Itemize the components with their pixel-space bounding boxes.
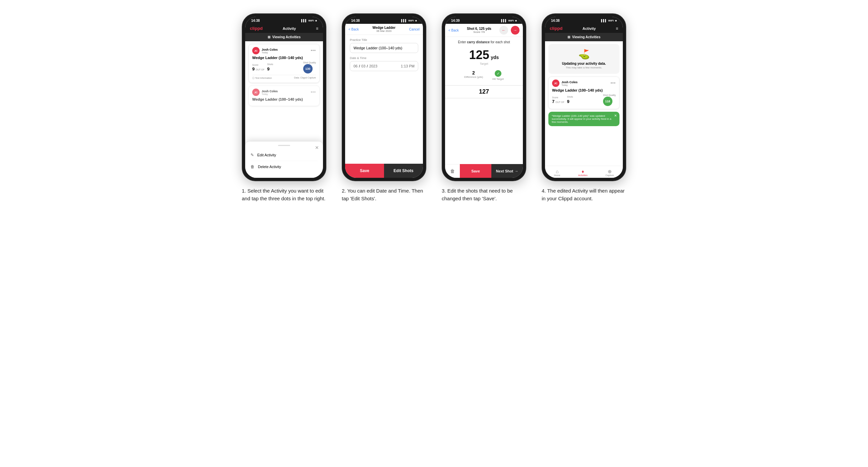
date-time-label: Date & Time — [350, 56, 418, 60]
close-icon-1[interactable]: ✕ — [315, 145, 319, 150]
activity-card-2: JC Josh Coles Today ••• Wedge Ladder (10… — [249, 86, 320, 106]
date-day: 06 — [353, 64, 358, 68]
activity-card-4: JC Josh Coles Today ••• Wedge Ladder (10… — [548, 76, 619, 109]
score-val-1: 9 — [252, 66, 254, 71]
edit-shots-button[interactable]: Edit Shots — [384, 164, 423, 178]
delete-activity-item[interactable]: 🗑 Delete Activity — [251, 161, 318, 173]
shots-stat-1: Shots 9 — [267, 63, 273, 72]
quality-badge-1: 130 — [303, 64, 313, 73]
caption-3: 3. Edit the shots that need to be change… — [442, 187, 526, 202]
back-button-2[interactable]: < Back — [348, 28, 359, 31]
capture-label: Capture — [606, 174, 614, 177]
shots-val-1: 9 — [267, 66, 270, 71]
cancel-button-2[interactable]: Cancel — [409, 28, 420, 31]
activity-title-4: Wedge Ladder (100–140 yds) — [552, 88, 616, 92]
stats-row-4: Score 7 OUT OF Shots 9 Shot Quality — [552, 94, 616, 106]
time-1: 14:38 — [251, 19, 260, 23]
form-section-2: Practice Title Date & Time 06 / 03 / 202… — [345, 35, 423, 74]
hit-target-icon: ✓ — [495, 70, 501, 77]
back-button-3[interactable]: < Back — [448, 29, 459, 32]
p2-subtitle: 06 Mar 2023 — [373, 30, 396, 33]
wifi-icon-1: WiFi — [308, 19, 314, 22]
shot-distance: 125 — [469, 48, 489, 62]
activity-title-2: Wedge Ladder (100–140 yds) — [252, 97, 316, 101]
phone-4-column: 14:38 ▌▌▌ WiFi ■ clippd Activity ≡ ⊞ Vie… — [539, 13, 629, 202]
menu-icon-4[interactable]: ≡ — [616, 26, 618, 31]
shot-distance-input[interactable] — [445, 85, 523, 98]
hit-target-label: Hit Target — [492, 77, 504, 81]
practice-title-input[interactable] — [350, 43, 418, 53]
status-icons-2: ▌▌▌ WiFi ■ — [401, 19, 417, 22]
shot-score: Score 7/9 — [467, 31, 491, 34]
p3-buttons: 🗑 Save Next Shot → — [445, 164, 523, 178]
sheet-handle — [278, 145, 290, 146]
out-of-4: OUT OF — [555, 101, 564, 103]
status-icons-3: ▌▌▌ WiFi ■ — [501, 19, 517, 22]
info-left-1: ⓘ Test Information — [252, 76, 272, 80]
distance-display: 125 yds — [450, 48, 518, 62]
updating-title: Updating your activity data. — [553, 62, 615, 65]
avatar-1: JC — [252, 47, 259, 54]
status-icons-1: ▌▌▌ WiFi ■ — [301, 19, 317, 22]
time-3: 14:39 — [451, 19, 460, 23]
save-button-2[interactable]: Save — [345, 164, 384, 178]
logo-1: clippd — [250, 26, 262, 31]
shot-info-center: Shot 6, 125 yds Score 7/9 — [467, 27, 491, 34]
nav-activities[interactable]: ♦ Activities — [578, 169, 588, 177]
filter-icon-4: ⊞ — [567, 35, 570, 39]
next-shot-btn[interactable]: Next Shot → — [491, 164, 523, 178]
viewing-activities-bar-4: ⊞ Viewing Activities — [545, 33, 623, 41]
p2-center: Wedge Ladder 06 Mar 2023 — [373, 26, 396, 33]
three-dots-4[interactable]: ••• — [611, 81, 616, 86]
phones-container: 14:38 ▌▌▌ WiFi ■ clippd Activity ≡ ⊞ Vie… — [239, 13, 629, 202]
home-label: Home — [554, 174, 560, 177]
time-2: 14:38 — [351, 19, 360, 23]
edit-activity-item[interactable]: ✎ Edit Activity — [251, 149, 318, 161]
user-name-1: Josh Coles — [261, 48, 278, 51]
bottom-nav-4: ⌂ Home ♦ Activities ⊕ Capture — [545, 166, 623, 178]
shot-body: Enter carry distance for each shot 125 y… — [445, 37, 523, 102]
notch-1 — [271, 14, 298, 22]
updating-box: ⛳ Updating your activity data. This may … — [548, 44, 619, 74]
nav-capture[interactable]: ⊕ Capture — [606, 169, 614, 177]
prev-shot-button[interactable]: ← — [499, 26, 508, 35]
carry-instruction: Enter carry distance for each shot — [450, 40, 518, 44]
phone-1-frame: 14:38 ▌▌▌ WiFi ■ clippd Activity ≡ ⊞ Vie… — [242, 13, 326, 181]
nav-home[interactable]: ⌂ Home — [554, 169, 560, 177]
header-title-1: Activity — [283, 27, 296, 31]
signal-icon-1: ▌▌▌ — [301, 19, 307, 22]
three-dots-2[interactable]: ••• — [311, 90, 316, 95]
score-val-4: 7 — [552, 99, 554, 104]
delete-shot-button[interactable]: 🗑 — [445, 164, 460, 178]
out-of-1: OUT OF — [255, 68, 264, 71]
notch-4 — [570, 14, 597, 22]
notch-3 — [470, 14, 497, 22]
user-meta-2: Josh Coles Today — [261, 90, 278, 95]
phone-3-screen: 14:39 ▌▌▌ WiFi ■ < Back Shot 6, 125 yds … — [445, 17, 523, 178]
phone-4-screen: 14:38 ▌▌▌ WiFi ■ clippd Activity ≡ ⊞ Vie… — [545, 17, 623, 178]
next-shot-button[interactable]: → — [511, 26, 520, 35]
info-row-1: ⓘ Test Information Data: Clippd Capture — [252, 75, 316, 80]
app-header-1: clippd Activity ≡ — [245, 24, 323, 33]
delete-label: Delete Activity — [258, 165, 281, 169]
difference-stat: 2 Difference (yds) — [464, 70, 483, 81]
shot-unit: yds — [491, 55, 499, 60]
toast-close-icon[interactable]: ✕ — [614, 114, 617, 117]
caption-1: 1. Select the Activity you want to edit … — [242, 187, 326, 202]
viewing-activities-bar-1: ⊞ Viewing Activities — [245, 33, 323, 41]
logo-4: clippd — [550, 26, 562, 31]
status-icons-4: ▌▌▌ WiFi ■ — [601, 19, 617, 22]
battery-icon-1: ■ — [315, 19, 317, 22]
date-time-row[interactable]: 06 / 03 / 2023 1:13 PM — [350, 61, 418, 71]
updating-subtitle: This may take a few moments. — [553, 66, 615, 69]
next-shot-label: Next Shot — [496, 169, 513, 173]
shots-val-4: 9 — [567, 99, 569, 104]
menu-icon-1[interactable]: ≡ — [316, 26, 318, 31]
card-top-row-2: JC Josh Coles Today ••• — [252, 89, 316, 96]
p3-header: < Back Shot 6, 125 yds Score 7/9 ← → — [445, 24, 523, 37]
save-button-3[interactable]: Save — [460, 164, 491, 178]
quality-stat-4: Shot Quality 118 — [603, 94, 616, 106]
viewing-label-1: Viewing Activities — [272, 35, 301, 39]
caption-2: 2. You can edit Date and Time. Then tap … — [342, 187, 426, 202]
three-dots-1[interactable]: ••• — [311, 48, 316, 53]
